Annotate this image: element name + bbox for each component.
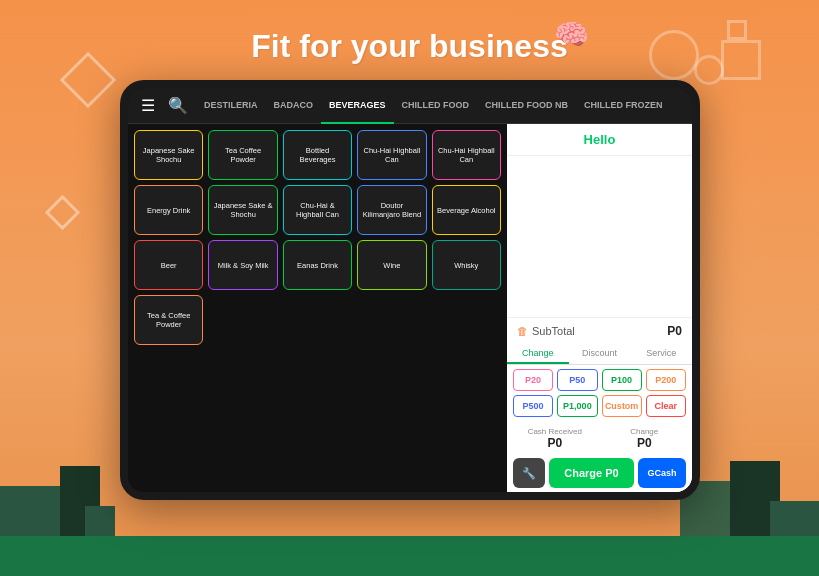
- tablet-device: ☰ 🔍 DESTILERIA BADACO BEVERAGES CHILLED …: [120, 80, 700, 500]
- search-icon[interactable]: 🔍: [166, 94, 190, 118]
- btn-p20[interactable]: P20: [513, 369, 553, 391]
- pos-panel: Hello 🗑 SubTotal P0 Change Discount Serv…: [507, 124, 692, 492]
- tab-chilled-frozen[interactable]: CHILLED FROZEN: [576, 88, 671, 124]
- pos-subtotal-label: 🗑 SubTotal: [517, 325, 575, 337]
- product-milk-soy-milk[interactable]: Milk & Soy Milk: [208, 240, 277, 290]
- menu-icon[interactable]: ☰: [136, 94, 160, 118]
- pos-order-area: [507, 156, 692, 317]
- payment-tabs: Change Discount Service: [507, 344, 692, 365]
- product-japanese-sake-shochu-2[interactable]: Japanese Sake & Shochu: [208, 185, 277, 235]
- pos-hello: Hello: [507, 124, 692, 156]
- product-chuhai-highball-1[interactable]: Chu-Hai Highball Can: [357, 130, 426, 180]
- tab-discount[interactable]: Discount: [569, 344, 631, 364]
- product-chuhai-highball-2[interactable]: Chu-Hai Highball Can: [432, 130, 501, 180]
- tab-beverages[interactable]: BEVERAGES: [321, 88, 394, 124]
- pos-subtotal-value: P0: [667, 324, 682, 338]
- action-buttons: 🔧 Charge P0 GCash: [507, 454, 692, 492]
- trash-icon[interactable]: 🗑: [517, 325, 528, 337]
- product-eanas-drink[interactable]: Eanas Drink: [283, 240, 352, 290]
- amount-buttons: P20 P50 P100 P200 P500 P1,000 Custom Cle…: [507, 365, 692, 425]
- charge-button[interactable]: Charge P0: [549, 458, 634, 488]
- change-col: Change P0: [603, 427, 687, 450]
- change-value: P0: [603, 436, 687, 450]
- cash-received-label: Cash Received: [513, 427, 597, 436]
- tab-chilled-food-nb[interactable]: CHILLED FOOD NB: [477, 88, 576, 124]
- product-doutor[interactable]: Doutor Kilimanjaro Blend: [357, 185, 426, 235]
- product-energy-drink[interactable]: Energy Drink: [134, 185, 203, 235]
- main-content: Japanese Sake Shochu Tea Coffee Powder B…: [128, 124, 692, 492]
- pos-subtotal-row: 🗑 SubTotal P0: [507, 317, 692, 344]
- product-tea-coffee-powder-2[interactable]: Tea & Coffee Powder: [134, 295, 203, 345]
- product-grid: Japanese Sake Shochu Tea Coffee Powder B…: [134, 130, 501, 345]
- btn-p1000[interactable]: P1,000: [557, 395, 597, 417]
- btn-p200[interactable]: P200: [646, 369, 686, 391]
- product-tea-coffee-powder[interactable]: Tea Coffee Powder: [208, 130, 277, 180]
- tab-chilled-food[interactable]: CHILLED FOOD: [394, 88, 478, 124]
- btn-p500[interactable]: P500: [513, 395, 553, 417]
- tab-change[interactable]: Change: [507, 344, 569, 364]
- brain-icon: 🧠: [554, 18, 589, 51]
- nav-bar: ☰ 🔍 DESTILERIA BADACO BEVERAGES CHILLED …: [128, 88, 692, 124]
- product-beer[interactable]: Beer: [134, 240, 203, 290]
- page-title: Fit for your business: [0, 28, 819, 65]
- btn-p50[interactable]: P50: [557, 369, 597, 391]
- gcash-button[interactable]: GCash: [638, 458, 686, 488]
- tab-badaco[interactable]: BADACO: [266, 88, 322, 124]
- product-bottled-beverages[interactable]: Bottled Beverages: [283, 130, 352, 180]
- product-beverage-alcohol[interactable]: Beverage Alcohol: [432, 185, 501, 235]
- product-japanese-sake-shochu[interactable]: Japanese Sake Shochu: [134, 130, 203, 180]
- product-grid-area: Japanese Sake Shochu Tea Coffee Powder B…: [128, 124, 507, 492]
- tablet-screen: ☰ 🔍 DESTILERIA BADACO BEVERAGES CHILLED …: [128, 88, 692, 492]
- product-whisky[interactable]: Whisky: [432, 240, 501, 290]
- cash-received-value: P0: [513, 436, 597, 450]
- tools-button[interactable]: 🔧: [513, 458, 545, 488]
- btn-clear[interactable]: Clear: [646, 395, 686, 417]
- cash-change-row: Cash Received P0 Change P0: [507, 425, 692, 454]
- nav-tabs: DESTILERIA BADACO BEVERAGES CHILLED FOOD…: [196, 88, 684, 124]
- change-label: Change: [603, 427, 687, 436]
- btn-p100[interactable]: P100: [602, 369, 642, 391]
- cash-received-col: Cash Received P0: [513, 427, 597, 450]
- amount-row-1: P20 P50 P100 P200: [513, 369, 686, 391]
- tab-destileria[interactable]: DESTILERIA: [196, 88, 266, 124]
- tab-service[interactable]: Service: [630, 344, 692, 364]
- product-chuhai-highball-3[interactable]: Chu-Hai & Highball Can: [283, 185, 352, 235]
- product-wine[interactable]: Wine: [357, 240, 426, 290]
- btn-custom[interactable]: Custom: [602, 395, 642, 417]
- amount-row-2: P500 P1,000 Custom Clear: [513, 395, 686, 417]
